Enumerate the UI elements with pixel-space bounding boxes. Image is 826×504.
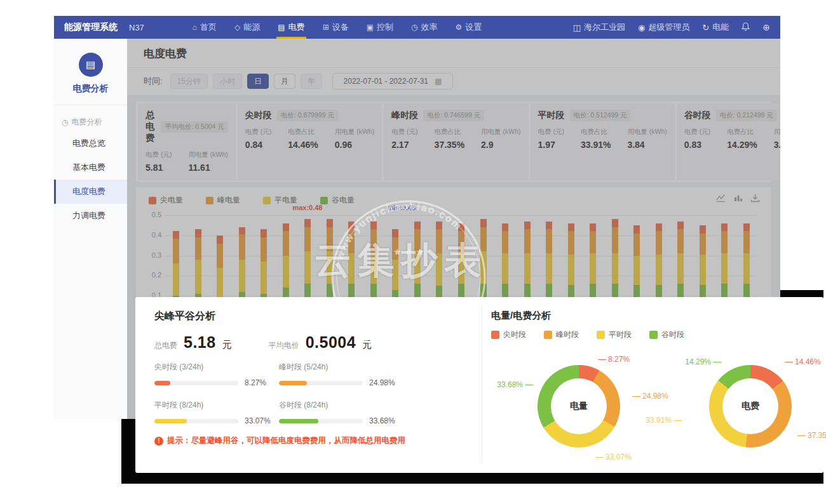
donut-legend-item-平时段[interactable]: 平时段 bbox=[597, 329, 632, 340]
legend-swatch bbox=[544, 331, 552, 339]
label-leader-line bbox=[598, 359, 606, 360]
bar-segment-平电量 bbox=[283, 256, 289, 288]
stat-column-label: 电费 (元) bbox=[538, 128, 564, 136]
sidebar-item-力调电费[interactable]: 力调电费 bbox=[54, 204, 127, 228]
sidebar-item-电度电费[interactable]: 电度电费 bbox=[54, 180, 127, 204]
sidebar-item-基本电费[interactable]: 基本电费 bbox=[54, 156, 127, 180]
nav-item-设置[interactable]: ⚙设置 bbox=[447, 16, 491, 39]
nav-right-label: 电能 bbox=[712, 22, 729, 33]
progress-bar-row: 24.98% bbox=[279, 378, 425, 387]
bar-segment-尖电量 bbox=[524, 222, 531, 230]
nav-item-效率[interactable]: ◷效率 bbox=[402, 16, 446, 39]
stat-card-平时段: 平时段电价: 0.512499 元电费 (元)1.97电费占比33.91%用电量… bbox=[531, 103, 675, 180]
stat-column-label: 用电量 (kWh) bbox=[627, 128, 667, 136]
progress-item-峰时段 (5/24h): 峰时段 (5/24h)24.98% bbox=[279, 362, 425, 387]
bar-segment-平电量 bbox=[348, 253, 355, 284]
stat-column-label: 电费占比 bbox=[435, 128, 464, 136]
energy-donut-chart: 电量8.27%24.98%33.07%33.68% bbox=[538, 365, 620, 448]
stat-column-value: 0.84 bbox=[245, 140, 271, 150]
donut-legend-item-峰时段[interactable]: 峰时段 bbox=[544, 329, 579, 340]
granularity-button-月[interactable]: 月 bbox=[274, 74, 295, 89]
line-chart-icon[interactable] bbox=[716, 194, 726, 202]
y-axis-tick: 0.4 bbox=[140, 231, 161, 239]
nav-right-海尔工业园[interactable]: ◫海尔工业园 bbox=[573, 22, 625, 33]
bar-segment-峰电量 bbox=[370, 229, 377, 253]
bar-chart-icon[interactable] bbox=[733, 194, 743, 202]
sidebar-item-电费总览[interactable]: 电费总览 bbox=[54, 131, 127, 156]
nav-item-控制[interactable]: ▣控制 bbox=[358, 16, 402, 39]
bar-segment-峰电量 bbox=[348, 229, 355, 253]
nav-item-电费[interactable]: ▤电费 bbox=[269, 16, 313, 39]
stat-column-label: 用电量 (kWh) bbox=[481, 128, 520, 136]
bar-segment-尖电量 bbox=[700, 225, 706, 234]
stat-card-title: 尖时段 bbox=[245, 110, 272, 121]
bar-segment-尖电量 bbox=[304, 219, 311, 227]
label-leader-line bbox=[797, 435, 806, 436]
stat-column: 电费 (元)5.81 bbox=[146, 150, 172, 173]
download-icon[interactable] bbox=[750, 194, 760, 202]
stat-card-总电费: 总电费平均电价: 0.5004 元电费 (元)5.81用电量 (kWh)11.6… bbox=[138, 103, 236, 180]
nav-item-label: 首页 bbox=[200, 22, 217, 33]
legend-item-谷电量[interactable]: 谷电量 bbox=[320, 195, 355, 206]
analysis-modal: 尖峰平谷分析 总电费 5.18 元 平均电价 0.5004 元 尖时段 (3/2… bbox=[135, 297, 823, 473]
avg-price-label: 平均电价 bbox=[269, 340, 299, 351]
stat-column-label: 电费 (元) bbox=[684, 128, 710, 136]
stat-column: 电费 (元)1.97 bbox=[538, 128, 564, 150]
bar-segment-尖电量 bbox=[458, 223, 464, 232]
stat-column: 电费 (元)2.17 bbox=[391, 128, 417, 150]
stat-column: 用电量 (kWh)3.91 bbox=[774, 128, 780, 150]
bar-segment-峰电量 bbox=[458, 231, 464, 253]
label-leader-line bbox=[595, 457, 604, 458]
bar-segment-尖电量 bbox=[721, 223, 728, 232]
stat-card-header: 峰时段电价: 0.746599 元 bbox=[391, 110, 520, 121]
donut-legend: 尖时段峰时段平时段谷时段 bbox=[491, 329, 823, 340]
progress-label: 谷时段 (8/24h) bbox=[279, 400, 425, 411]
tip-text: 提示：尽量避峰用谷，可以降低电度电费费用，从而降低总用电费用 bbox=[167, 435, 405, 446]
legend-swatch bbox=[149, 197, 156, 204]
bar-segment-平电量 bbox=[370, 253, 377, 284]
donut-slice-label-谷时段: 33.68% bbox=[497, 380, 535, 389]
bar-segment-峰电量 bbox=[392, 237, 398, 260]
bar-segment-平电量 bbox=[656, 255, 662, 285]
time-granularity-buttons: 15分钟小时日月年 bbox=[170, 74, 322, 89]
total-fee-label: 总电费 bbox=[154, 340, 177, 351]
nav-item-设备[interactable]: ⊞设备 bbox=[314, 16, 358, 39]
stat-card-谷时段: 谷时段电价: 0.212499 元电费 (元)0.83电费占比14.29%用电量… bbox=[677, 103, 780, 180]
nav-item-label: 电费 bbox=[288, 22, 305, 33]
bell-icon[interactable] bbox=[741, 22, 750, 32]
date-range-input[interactable]: 2022-07-01 - 2022-07-31 ▦ bbox=[332, 73, 453, 90]
legend-label: 尖电量 bbox=[160, 195, 183, 206]
factory-icon: ◫ bbox=[573, 23, 581, 32]
efficiency-clock-icon: ◷ bbox=[411, 23, 417, 32]
bar-segment-平电量 bbox=[458, 253, 464, 284]
stat-column: 电费占比33.91% bbox=[581, 128, 611, 150]
granularity-button-日[interactable]: 日 bbox=[247, 74, 269, 89]
bar-segment-峰电量 bbox=[721, 231, 728, 253]
legend-item-峰电量[interactable]: 峰电量 bbox=[206, 195, 240, 206]
nav-menu: ⌂首页◇能源▤电费⊞设备▣控制◷效率⚙设置 bbox=[184, 16, 491, 39]
legend-label: 谷时段 bbox=[661, 329, 684, 340]
bar-segment-尖电量 bbox=[480, 219, 487, 227]
nav-item-首页[interactable]: ⌂首页 bbox=[184, 16, 226, 39]
donut-legend-item-谷时段[interactable]: 谷时段 bbox=[649, 329, 684, 340]
donut-legend-item-尖时段[interactable]: 尖时段 bbox=[491, 329, 526, 340]
max-annotation: max:0.48 bbox=[292, 204, 322, 211]
bar-segment-峰电量 bbox=[414, 229, 421, 253]
bar-segment-平电量 bbox=[217, 268, 223, 300]
stat-card-峰时段: 峰时段电价: 0.746599 元电费 (元)2.17电费占比37.35%用电量… bbox=[384, 103, 528, 180]
label-leader-line bbox=[713, 362, 721, 362]
progress-label: 平时段 (8/24h) bbox=[154, 400, 279, 411]
nav-right-电能[interactable]: ↻电能 bbox=[702, 22, 729, 33]
progress-track bbox=[154, 381, 238, 385]
nav-right-超级管理员[interactable]: ◉超级管理员 bbox=[638, 22, 689, 33]
legend-item-尖电量[interactable]: 尖电量 bbox=[149, 195, 183, 206]
donut-center-label: 电量 bbox=[551, 378, 607, 434]
time-filter-row: 时间: 15分钟小时日月年 2022-07-01 - 2022-07-31 ▦ bbox=[127, 68, 780, 95]
globe-icon[interactable]: ⊕ bbox=[762, 23, 770, 32]
label-leader-line bbox=[785, 362, 793, 362]
sidebar-items: 电费总览基本电费电度电费力调电费 bbox=[54, 131, 127, 228]
fee-donut-chart: 电费14.46%37.35%33.91%14.29% bbox=[709, 365, 792, 448]
donut-slice-label-谷时段: 14.29% bbox=[685, 357, 723, 366]
nav-item-能源[interactable]: ◇能源 bbox=[226, 16, 269, 39]
bar-segment-峰电量 bbox=[568, 231, 574, 255]
